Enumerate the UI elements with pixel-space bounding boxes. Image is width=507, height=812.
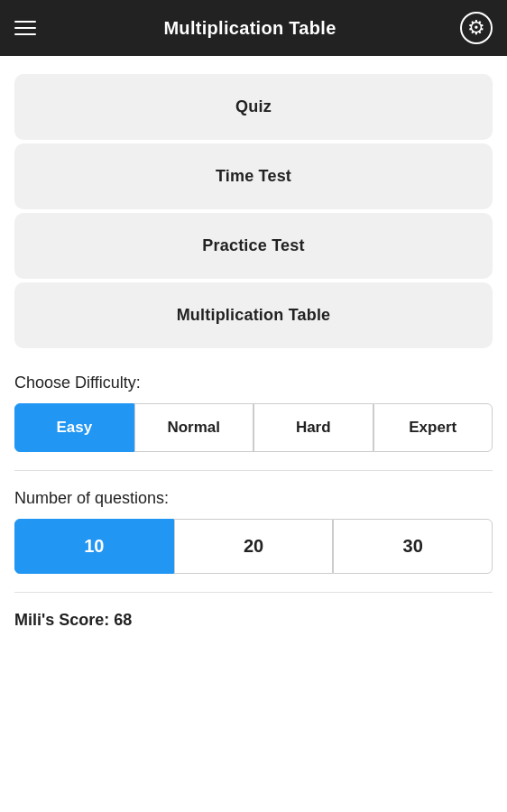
divider-1	[14, 470, 493, 471]
difficulty-expert[interactable]: Expert	[373, 403, 493, 452]
divider-2	[14, 592, 493, 593]
difficulty-hard[interactable]: Hard	[254, 403, 373, 452]
questions-10[interactable]: 10	[14, 519, 174, 574]
app-title: Multiplication Table	[163, 18, 336, 39]
difficulty-label: Choose Difficulty:	[14, 374, 493, 392]
questions-options: 10 20 30	[14, 519, 493, 574]
difficulty-normal[interactable]: Normal	[134, 403, 254, 452]
time-test-button[interactable]: Time Test	[14, 143, 493, 209]
questions-section: Number of questions: 10 20 30	[14, 489, 493, 574]
quiz-button[interactable]: Quiz	[14, 74, 493, 140]
questions-30[interactable]: 30	[333, 519, 493, 574]
difficulty-section: Choose Difficulty: Easy Normal Hard Expe…	[14, 374, 493, 452]
questions-20[interactable]: 20	[174, 519, 334, 574]
practice-test-button[interactable]: Practice Test	[14, 213, 493, 279]
main-content: Quiz Time Test Practice Test Multiplicat…	[0, 56, 507, 648]
questions-label: Number of questions:	[14, 489, 493, 508]
app-header: Multiplication Table ⚙	[0, 0, 507, 56]
score-display: Mili's Score: 68	[14, 611, 493, 630]
difficulty-options: Easy Normal Hard Expert	[14, 403, 493, 452]
menu-icon[interactable]	[14, 21, 40, 35]
gear-icon[interactable]: ⚙	[460, 12, 493, 44]
multiplication-table-button[interactable]: Multiplication Table	[14, 282, 493, 348]
menu-buttons: Quiz Time Test Practice Test Multiplicat…	[14, 74, 493, 348]
difficulty-easy[interactable]: Easy	[14, 403, 134, 452]
